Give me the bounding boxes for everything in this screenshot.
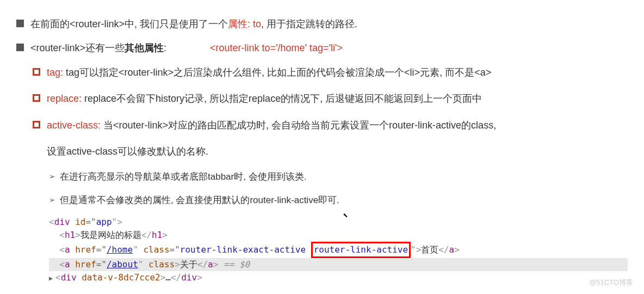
- arrow-point-2: ➢ 但是通常不会修改类的属性, 会直接使用默认的router-link-acti…: [49, 192, 628, 209]
- code-line: ▶<div data-v-8dc7cce2>…</div>: [49, 271, 628, 284]
- arrow-text-1: 在进行高亮显示的导航菜单或者底部tabbar时, 会使用到该类.: [60, 169, 628, 186]
- hollow-square-icon: [33, 68, 40, 76]
- hollow-square-icon: [33, 94, 40, 102]
- highlighted-box: router-link-active: [311, 242, 411, 258]
- active-class-continued: 设置active-class可以修改默认的名称.: [47, 143, 628, 160]
- paragraph-1: 在前面的<router-link>中, 我们只是使用了一个属性: to, 用于指…: [30, 15, 628, 33]
- square-bullet-icon: [16, 44, 24, 51]
- square-bullet-icon: [16, 20, 24, 27]
- arrow-icon: ➢: [49, 170, 55, 183]
- arrow-icon: ➢: [49, 193, 55, 207]
- property-label: active-class:: [47, 120, 103, 131]
- highlighted-text: 属性: to: [228, 19, 261, 29]
- watermark: @51CTO博客: [589, 276, 633, 289]
- sub-bullet-tag: tag: tag可以指定<router-link>之后渲染成什么组件, 比如上面…: [33, 64, 628, 81]
- property-label: tag:: [47, 67, 66, 78]
- text-segment: <router-link>还有一些: [30, 42, 125, 53]
- code-line: <a href="/home" class="router-link-exact…: [49, 242, 628, 258]
- bold-text: 其他属性: [125, 42, 164, 53]
- text-segment: 在前面的<router-link>中, 我们只是使用了一个: [30, 19, 228, 29]
- text-segment: , 用于指定跳转的路径.: [261, 19, 357, 29]
- text-segment: 设置active-class可以修改默认的名称.: [47, 146, 208, 157]
- devtools-code-block: ⬉ <div id="app"> <h1>我是网站的标题</h1> <a hre…: [49, 216, 628, 284]
- hollow-square-icon: [33, 121, 40, 128]
- text-segment: :: [164, 42, 166, 53]
- code-line-selected: <a href="/about" class>关于</a> == $0: [49, 258, 628, 271]
- text-segment: tag可以指定<router-link>之后渲染成什么组件, 比如上面的代码会被…: [66, 67, 491, 78]
- sub-bullet-replace: replace: replace不会留下history记录, 所以指定repla…: [33, 90, 628, 107]
- code-line: <h1>我是网站的标题</h1>: [49, 229, 628, 242]
- sub-bullet-active-class: active-class: 当<router-link>对应的路由匹配成功时, …: [33, 117, 628, 134]
- tag-description: tag: tag可以指定<router-link>之后渲染成什么组件, 比如上面…: [47, 64, 628, 81]
- text-segment: replace不会留下history记录, 所以指定replace的情况下, 后…: [84, 93, 482, 104]
- code-line: <div id="app">: [49, 216, 628, 229]
- paragraph-2: <router-link>还有一些其他属性: <router-link to='…: [30, 39, 628, 57]
- bullet-point-2: <router-link>还有一些其他属性: <router-link to='…: [16, 39, 628, 57]
- replace-description: replace: replace不会留下history记录, 所以指定repla…: [47, 90, 628, 107]
- active-class-description: active-class: 当<router-link>对应的路由匹配成功时, …: [47, 117, 628, 134]
- text-segment: 当<router-link>对应的路由匹配成功时, 会自动给当前元素设置一个ro…: [103, 120, 496, 131]
- code-annotation: <router-link to='/home' tag='li'>: [210, 39, 343, 57]
- arrow-text-2: 但是通常不会修改类的属性, 会直接使用默认的router-link-active…: [60, 192, 628, 209]
- bullet-point-1: 在前面的<router-link>中, 我们只是使用了一个属性: to, 用于指…: [16, 15, 628, 33]
- collapse-triangle-icon[interactable]: ▶: [49, 273, 55, 283]
- property-label: replace:: [47, 93, 84, 104]
- mouse-cursor-icon: ⬉: [343, 209, 348, 222]
- arrow-point-1: ➢ 在进行高亮显示的导航菜单或者底部tabbar时, 会使用到该类.: [49, 169, 628, 186]
